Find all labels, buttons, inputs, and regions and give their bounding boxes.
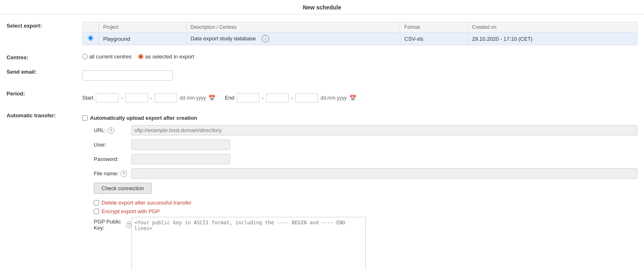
centres-label: Centres: [0, 50, 82, 61]
centres-all-option[interactable]: all current centres [82, 54, 132, 60]
start-month-input[interactable] [125, 93, 148, 102]
url-field-row: URL: ? [82, 125, 637, 135]
col-header-radio [83, 22, 99, 33]
user-input[interactable] [132, 140, 230, 150]
end-format: dd.mm.yyyy [321, 95, 347, 101]
start-label: Start [82, 95, 93, 101]
export-radio-cell[interactable] [83, 33, 99, 45]
end-sep2: - [291, 95, 293, 101]
encrypt-export-checkbox[interactable] [94, 209, 99, 214]
auto-upload-label: Automatically upload export after creati… [90, 115, 197, 121]
col-header-created: Created on [468, 22, 637, 33]
end-calendar-icon[interactable]: 📅 [349, 95, 356, 101]
centres-selected-label: as selected in export [145, 54, 194, 60]
filename-help-icon[interactable]: ? [120, 170, 127, 177]
url-input[interactable] [132, 125, 637, 135]
start-calendar-icon[interactable]: 📅 [208, 95, 215, 101]
delete-export-checkbox[interactable] [94, 200, 99, 205]
encrypt-export-row: Encrypt export with PGP [82, 208, 637, 214]
pgp-textarea[interactable] [132, 217, 366, 270]
end-label: End [225, 95, 234, 101]
filename-input[interactable] [132, 168, 637, 179]
col-header-project: Project [99, 22, 187, 33]
start-sep2: - [150, 95, 152, 101]
centres-selected-radio[interactable] [138, 54, 143, 59]
centres-selected-option[interactable]: as selected in export [138, 54, 194, 60]
auto-upload-checkbox[interactable] [82, 115, 88, 121]
period-label: Period: [0, 86, 82, 97]
pgp-row: PGP Public Key: ? [82, 217, 637, 270]
end-day-input[interactable] [237, 93, 259, 102]
url-label: URL: ? [82, 127, 132, 134]
check-connection-button[interactable]: Check connection [94, 183, 152, 194]
automatic-transfer-label: Automatic transfer: [0, 108, 82, 119]
export-project: Playground [99, 33, 187, 45]
start-format: dd.mm.yyyy [180, 95, 206, 101]
page-title: New schedule [0, 0, 644, 14]
password-label: Password: [82, 156, 132, 162]
send-email-input[interactable] [82, 70, 173, 81]
export-format: CSV-xls [400, 33, 468, 45]
delete-export-label: Delete export after successful transfer [102, 200, 192, 206]
pgp-help-icon[interactable]: ? [126, 221, 132, 228]
info-icon[interactable]: i [262, 35, 269, 42]
pgp-label: PGP Public Key: ? [82, 217, 132, 231]
start-sep1: - [121, 95, 122, 101]
auto-upload-row: Automatically upload export after creati… [82, 115, 637, 121]
send-email-label: Send email: [0, 65, 82, 75]
export-table: Project Description / Centres Format Cre… [82, 22, 637, 45]
export-created-on: 29.10.2020 - 17:10 (CET) [468, 33, 637, 45]
table-row[interactable]: Playground Data export study database i … [83, 33, 637, 45]
select-export-label: Select export: [0, 19, 82, 29]
centres-all-radio[interactable] [82, 54, 88, 59]
end-sep1: - [262, 95, 263, 101]
export-radio[interactable] [88, 35, 93, 41]
filename-label: File name: ? [82, 170, 132, 177]
start-year-input[interactable] [155, 93, 177, 102]
user-label: User: [82, 142, 132, 148]
col-header-format: Format [400, 22, 468, 33]
password-input[interactable] [132, 154, 230, 164]
encrypt-export-label: Encrypt export with PGP [102, 208, 160, 214]
delete-export-row: Delete export after successful transfer [82, 200, 637, 206]
end-year-input[interactable] [295, 93, 318, 102]
filename-field-row: File name: ? [82, 168, 637, 179]
user-field-row: User: [82, 140, 637, 150]
password-field-row: Password: [82, 154, 637, 164]
export-description: Data export study database i [186, 33, 400, 45]
col-header-description: Description / Centres [186, 22, 400, 33]
url-help-icon[interactable]: ? [108, 127, 114, 134]
end-month-input[interactable] [266, 93, 289, 102]
start-day-input[interactable] [96, 93, 118, 102]
centres-all-label: all current centres [89, 54, 132, 60]
